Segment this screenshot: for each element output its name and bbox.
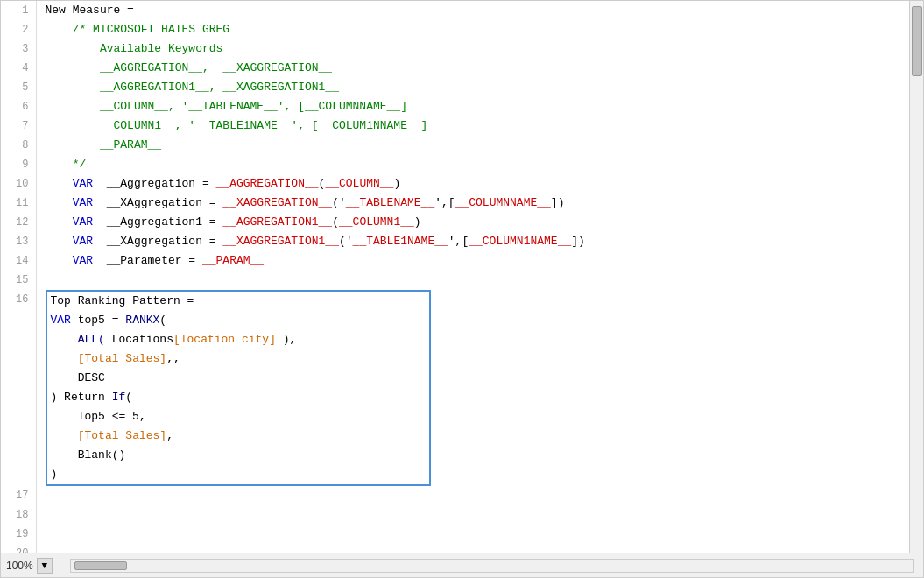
table-row: 6 __COLUMN__, '__TABLENAME__', [__COLUMN… <box>1 97 909 116</box>
code-token: , <box>166 429 173 442</box>
line-number: 6 <box>1 97 36 116</box>
code-block: Top Ranking Pattern =VAR top5 = RANKX( A… <box>46 290 431 486</box>
code-token: __COLUMNNAME__ <box>455 196 551 209</box>
line-number: 14 <box>1 251 36 271</box>
line-number: 19 <box>1 525 36 544</box>
table-row: 12 VAR __Aggregation1 = __AGGREGATION1__… <box>1 213 909 232</box>
code-token: (' <box>332 196 346 209</box>
code-token: __COLUMN1__ <box>339 215 414 229</box>
line-content: Available Keywords <box>36 39 909 59</box>
line-number: 20 <box>1 544 36 553</box>
line-content: VAR __Parameter = __PARAM__ <box>36 251 909 271</box>
scrollbar-thumb-h[interactable] <box>74 561 127 570</box>
code-token: VAR <box>46 254 107 267</box>
table-row: 1New Measure = <box>1 1 909 20</box>
code-token: __PARAM__ <box>46 138 162 152</box>
line-number: 11 <box>1 194 36 213</box>
table-row: 19 <box>1 525 909 544</box>
code-token: ) <box>51 468 58 481</box>
code-token: ', <box>448 235 462 248</box>
code-token: k <box>98 294 105 307</box>
line-content <box>36 271 909 290</box>
table-row: 8 __PARAM__ <box>1 136 909 155</box>
line-number: 15 <box>1 271 36 290</box>
line-content-empty <box>36 525 909 544</box>
line-number: 16 <box>1 290 36 486</box>
code-token: ,, <box>166 352 180 365</box>
table-row: 13 VAR __XAggregation = __XAGGREGATION1_… <box>1 232 909 251</box>
code-token: ALL( <box>51 333 112 346</box>
code-token: __COLUMN__ <box>325 177 393 190</box>
line-number: 18 <box>1 505 36 525</box>
table-row: 14 VAR __Parameter = __PARAM__ <box>1 251 909 271</box>
vertical-scrollbar[interactable] <box>909 1 923 553</box>
code-area[interactable]: 1New Measure =2 /* MICROSOFT HATES GREG3… <box>1 1 909 553</box>
editor-container: 1New Measure =2 /* MICROSOFT HATES GREG3… <box>0 0 924 578</box>
line-number: 7 <box>1 116 36 136</box>
code-token: __COLUMN1NAME__ <box>469 235 571 248</box>
line-content-empty <box>36 505 909 525</box>
horizontal-scrollbar[interactable] <box>70 559 914 573</box>
line-content: VAR __Aggregation = __AGGREGATION__(__CO… <box>36 174 909 194</box>
code-token: = <box>182 254 202 267</box>
code-token: RANKX <box>125 314 159 327</box>
code-token: Blank() <box>51 448 126 462</box>
code-token: __AGGREGATION__, __XAGGREGATION__ <box>46 61 333 74</box>
table-row: 16Top Ranking Pattern =VAR top5 = RANKX(… <box>1 290 909 486</box>
line-number: 13 <box>1 232 36 251</box>
line-number: 8 <box>1 136 36 155</box>
code-token: Top5 <= 5, <box>51 410 146 423</box>
code-token: Top Ran <box>51 294 99 307</box>
line-content: VAR __XAggregation = __XAGGREGATION1__('… <box>36 232 909 251</box>
line-content: __COLUMN1__, '__TABLE1NAME__', [__COLUM1… <box>36 116 909 136</box>
scrollbar-thumb-v[interactable] <box>912 6 922 76</box>
code-token: VAR <box>46 235 107 248</box>
line-content: Top Ranking Pattern =VAR top5 = RANKX( A… <box>36 290 909 486</box>
line-number: 10 <box>1 174 36 194</box>
line-number: 9 <box>1 155 36 174</box>
zoom-dropdown-btn[interactable]: ▼ <box>37 558 53 574</box>
code-token: __AGGREGATION__ <box>216 177 319 190</box>
code-token: ( <box>332 215 339 229</box>
line-number: 3 <box>1 39 36 59</box>
code-token: [Total Sales] <box>78 352 166 365</box>
line-content: VAR __XAggregation = __XAGGREGATION__('_… <box>36 194 909 213</box>
code-token: __TABLENAME__ <box>346 196 434 209</box>
block-line: VAR top5 = RANKX( <box>51 311 426 330</box>
code-token: ing Pattern = <box>105 294 194 307</box>
line-number: 5 <box>1 78 36 97</box>
line-number: 4 <box>1 59 36 78</box>
code-token: __AGGREGATION1__ <box>222 215 332 229</box>
code-token: VAR <box>46 196 107 209</box>
code-token: ( <box>159 314 166 327</box>
table-row: 18 <box>1 505 909 525</box>
code-token: ), <box>276 333 296 346</box>
code-token: ) <box>414 215 421 229</box>
line-content: New Measure = <box>36 1 909 20</box>
code-token: Available Keywords <box>46 42 223 55</box>
code-token: __PARAM__ <box>202 254 264 267</box>
line-number: 12 <box>1 213 36 232</box>
line-number: 2 <box>1 20 36 39</box>
code-token: __Aggregation1 <box>107 215 202 229</box>
code-token: If <box>112 391 126 404</box>
code-token: VAR <box>51 314 78 327</box>
code-token: VAR <box>46 215 107 229</box>
block-line: ) Return If( <box>51 388 426 407</box>
line-content-empty <box>36 544 909 553</box>
block-line: [Total Sales],, <box>51 349 426 369</box>
code-token: [Total Sales] <box>78 429 166 442</box>
table-row: 5 __AGGREGATION1__, __XAGGREGATION1__ <box>1 78 909 97</box>
table-row: 3 Available Keywords <box>1 39 909 59</box>
zoom-level: 100% <box>6 560 33 572</box>
line-content: */ <box>36 155 909 174</box>
block-line: Blank() <box>51 446 426 465</box>
line-content: __PARAM__ <box>36 136 909 155</box>
code-token <box>51 352 78 365</box>
code-table: 1New Measure =2 /* MICROSOFT HATES GREG3… <box>1 1 909 553</box>
table-row: 7 __COLUMN1__, '__TABLE1NAME__', [__COLU… <box>1 116 909 136</box>
block-line: Top Ranking Pattern = <box>51 292 426 311</box>
line-content: VAR __Aggregation1 = __AGGREGATION1__(__… <box>36 213 909 232</box>
code-token: (' <box>339 235 353 248</box>
block-line: ALL( Locations[location city] ), <box>51 330 426 349</box>
